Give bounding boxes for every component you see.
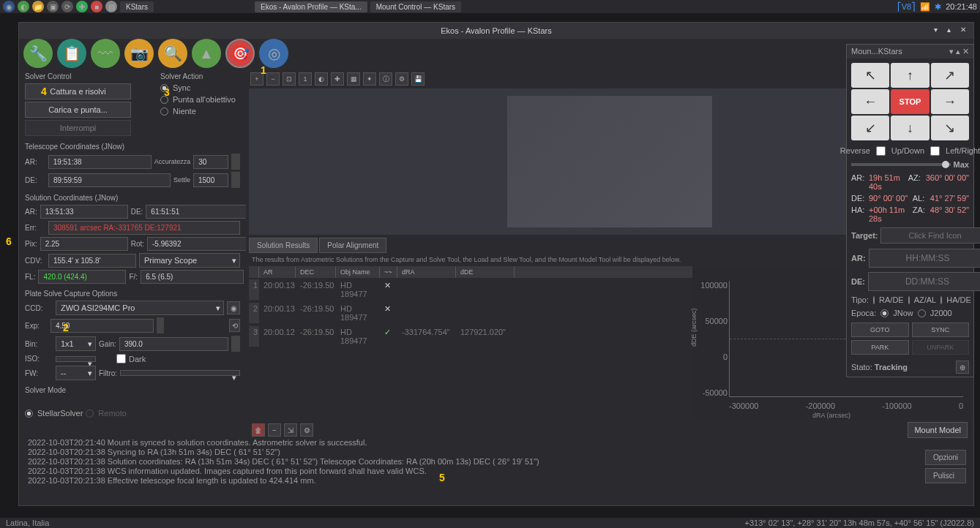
minimize-icon[interactable]: ▾ [934, 26, 944, 36]
dpad-w[interactable]: ← [851, 89, 889, 114]
hade-radio[interactable] [940, 296, 942, 304]
none-radio[interactable]: Niente [160, 107, 236, 116]
gain-input[interactable] [119, 337, 228, 351]
table-row[interactable]: 120:00.13-26:19.50HD 189477✕ [249, 278, 692, 301]
guide-tab[interactable]: ◎ [259, 39, 288, 68]
refresh-icon[interactable]: ⟳ [61, 1, 73, 12]
settle-input[interactable] [193, 173, 228, 187]
leftright-checkbox[interactable] [930, 146, 940, 156]
scope-dropdown[interactable]: Primary Scope [139, 253, 240, 268]
setup-tab[interactable]: 🔧 [23, 39, 53, 68]
align-tab[interactable]: 🎯 [225, 39, 255, 68]
mount-max-icon[interactable]: ▴ [956, 47, 960, 56]
start-icon[interactable]: ◉ [3, 1, 15, 12]
maximize-icon[interactable]: ▴ [947, 26, 957, 36]
target-de-input[interactable] [868, 272, 980, 291]
focus-tab[interactable]: 🔍 [158, 39, 187, 68]
remote-radio[interactable]: Remoto [86, 409, 127, 418]
zoom-out-icon[interactable]: − [266, 72, 280, 86]
table-row[interactable]: 220:00.13-26:19.50HD 189477✕ [249, 301, 692, 325]
app-icon[interactable]: ◐ [18, 1, 29, 12]
rade-radio[interactable] [873, 296, 875, 304]
ccd-settings-icon[interactable]: ◉ [227, 301, 240, 314]
j2000-radio[interactable] [918, 309, 926, 317]
de-input[interactable] [48, 173, 171, 187]
tool-icon[interactable]: ⚙ [395, 72, 408, 86]
status-icon[interactable]: ⊕ [956, 361, 969, 374]
fw-dropdown[interactable]: -- [56, 366, 96, 380]
crosshair-icon[interactable]: ✚ [331, 72, 344, 86]
close-icon[interactable]: ✕ [960, 26, 970, 36]
sol-ar-input[interactable] [40, 205, 128, 219]
table-row[interactable]: 320:00.12-26:19.50HD 189477✓-331764.754"… [249, 325, 692, 348]
dpad-ne[interactable]: ↗ [931, 63, 969, 88]
stop-button[interactable]: Interrompi [25, 120, 131, 136]
scheduler-tab[interactable]: 📋 [57, 39, 86, 68]
ar-input[interactable] [48, 155, 152, 169]
stretch-icon[interactable]: ◐ [315, 72, 328, 86]
options-button[interactable]: Opzioni [925, 450, 966, 465]
dpad-n[interactable]: ↑ [891, 63, 929, 88]
capture-tab[interactable]: 📷 [124, 39, 154, 68]
settle-spinner[interactable] [231, 172, 240, 188]
filter-dropdown[interactable] [120, 370, 240, 376]
solver-control-label: Solver Control [25, 72, 131, 80]
accuracy-spinner[interactable] [231, 154, 240, 170]
annotation-2: 2 [63, 322, 69, 333]
plus-icon[interactable]: ✚ [76, 1, 88, 12]
annotation-1: 1 [261, 64, 266, 76]
stellarsolver-radio[interactable]: StellarSolver [25, 409, 83, 418]
analyze-tab[interactable]: 〰 [91, 39, 120, 68]
unpark-button[interactable]: UNPARK [912, 340, 970, 355]
dpad-stop[interactable]: STOP [891, 89, 929, 114]
grid-icon[interactable]: ▦ [347, 72, 360, 86]
mount-tab[interactable]: ▲ [192, 39, 221, 68]
terminal-icon[interactable]: ▣ [47, 1, 59, 12]
fratio-input [141, 270, 244, 284]
dpad-sw[interactable]: ↙ [851, 116, 889, 140]
rotate-icon[interactable]: ⟲ [229, 319, 240, 332]
stop-icon[interactable]: ■ [91, 1, 102, 12]
accuracy-input[interactable] [193, 155, 228, 169]
gain-spinner[interactable] [231, 336, 240, 352]
exp-spinner[interactable] [157, 317, 164, 333]
dark-checkbox[interactable] [116, 354, 126, 363]
jnow-radio[interactable] [880, 309, 889, 317]
dpad-nw[interactable]: ↖ [851, 63, 889, 88]
dpad-se[interactable]: ↘ [931, 116, 969, 140]
iso-dropdown[interactable] [56, 356, 96, 362]
sync-radio[interactable]: Sync [160, 83, 236, 92]
annotation-4: 4 [41, 86, 47, 97]
doc-icon[interactable]: ▤ [105, 1, 117, 12]
park-button[interactable]: PARK [851, 340, 909, 355]
clear-button[interactable]: Pulisci [925, 468, 966, 483]
taskbar-kstars[interactable]: KStars [120, 1, 154, 12]
bin-dropdown[interactable]: 1x1 [56, 336, 96, 351]
goto-button[interactable]: GOTO [851, 323, 909, 337]
azal-radio[interactable] [908, 296, 910, 304]
mount-close-icon[interactable]: ✕ [962, 47, 969, 56]
tab-results[interactable]: Solution Results [249, 238, 318, 253]
mount-model-button[interactable]: Mount Model [908, 422, 968, 438]
info-icon[interactable]: ⓘ [379, 72, 392, 86]
sol-de-input[interactable] [146, 205, 246, 219]
stars-icon[interactable]: ✦ [363, 72, 376, 86]
speed-slider[interactable] [851, 163, 951, 166]
load-slew-button[interactable]: Carica e punta... [25, 102, 131, 118]
folder-icon[interactable]: 📁 [32, 1, 44, 12]
taskbar-ekos[interactable]: Ekos - Avalon Profile — KSta... [255, 1, 367, 12]
sync-button[interactable]: SYNC [912, 323, 970, 337]
updown-checkbox[interactable] [876, 146, 886, 156]
dpad-e[interactable]: → [931, 89, 969, 114]
mount-min-icon[interactable]: ▾ [949, 47, 954, 56]
target-ar-input[interactable] [869, 249, 980, 268]
ccd-dropdown[interactable]: ZWO ASI294MC Pro [56, 301, 224, 315]
target-input[interactable] [880, 227, 980, 244]
save-icon[interactable]: 💾 [411, 72, 424, 86]
zoom-1-icon[interactable]: 1 [299, 72, 312, 86]
zoom-fit-icon[interactable]: ⊡ [283, 72, 296, 86]
taskbar-mount[interactable]: Mount Control — KStars [370, 1, 461, 12]
dpad-s[interactable]: ↓ [891, 116, 929, 140]
slew-radio[interactable]: Punta all'obiettivo [160, 95, 236, 104]
tab-polar[interactable]: Polar Alignment [319, 238, 386, 253]
